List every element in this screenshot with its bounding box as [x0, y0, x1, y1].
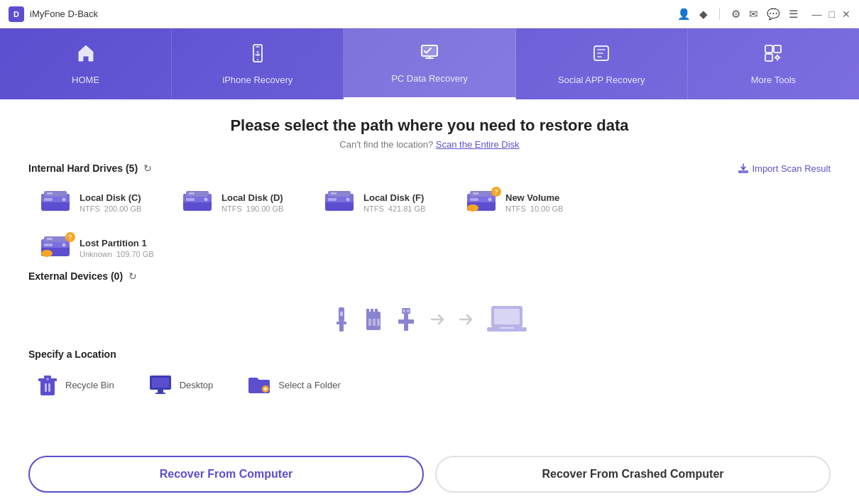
menu-icon[interactable]: ☰ [789, 8, 798, 21]
disk-d-icon-wrap [182, 188, 213, 217]
disk-lost-partition-detail: Unknown 109.70 GB [80, 250, 154, 258]
svg-rect-10 [44, 198, 53, 201]
svg-rect-28 [470, 198, 478, 201]
disk-c-detail: NTFS 200.00 GB [80, 204, 141, 213]
disk-grid: Local Disk (C) NTFS 200.00 GB Local Disk… [28, 182, 831, 222]
svg-rect-41 [337, 322, 346, 324]
disk-c[interactable]: Local Disk (C) NTFS 200.00 GB [28, 182, 170, 222]
iphone-recovery-icon [247, 43, 268, 69]
nav-pc[interactable]: PC Data Recovery [344, 28, 515, 99]
disk-lost-partition-info: Lost Partition 1 Unknown 109.70 GB [80, 238, 154, 258]
svg-rect-35 [44, 243, 53, 246]
svg-rect-67 [152, 378, 169, 388]
desktop-label: Desktop [180, 380, 214, 390]
recycle-bin-label: Recycle Bin [65, 380, 114, 390]
recycle-bin-item[interactable]: Recycle Bin [28, 368, 123, 401]
disk-lost-partition[interactable]: ? Lost Partition 1 Unknown 109.70 GB [28, 228, 170, 268]
new-volume-badge: ? [491, 187, 501, 197]
app-name: iMyFone D-Back [30, 9, 98, 19]
nav-home[interactable]: HOME [0, 28, 172, 99]
svg-point-11 [62, 198, 66, 202]
more-tools-icon [762, 43, 784, 69]
svg-rect-49 [373, 319, 376, 326]
usb-connector-icon [395, 307, 417, 332]
disk-f-detail: NTFS 421.81 GB [363, 204, 425, 213]
folder-icon [247, 375, 271, 395]
disk-lost-partition-name: Lost Partition 1 [80, 238, 154, 248]
pc-recovery-icon [419, 41, 440, 67]
disk-d-name: Local Disk (D) [221, 192, 283, 203]
select-folder-item[interactable]: Select a Folder [239, 368, 349, 401]
svg-rect-6 [765, 54, 772, 61]
main-content: Please select the path where you need to… [0, 99, 859, 504]
disk-new-volume-icon-wrap: ? [466, 188, 497, 217]
svg-rect-59 [500, 327, 514, 329]
mail-icon[interactable]: ✉ [749, 8, 758, 21]
social-recovery-icon [591, 43, 612, 69]
chat-icon[interactable]: 💬 [767, 8, 780, 21]
disk-d-detail: NTFS 190.00 GB [221, 204, 283, 213]
desktop-item[interactable]: Desktop [140, 368, 222, 401]
disk-new-volume-name: New Volume [505, 192, 563, 203]
minimize-button[interactable]: — [812, 9, 822, 20]
discord-icon[interactable]: ◆ [699, 8, 708, 21]
disk-new-volume-detail: NTFS 10.00 GB [505, 204, 563, 213]
arrow2-icon [457, 312, 474, 327]
import-scan-result-button[interactable]: Import Scan Result [738, 163, 831, 174]
svg-rect-60 [40, 380, 55, 395]
disk-c-name: Local Disk (C) [80, 192, 141, 203]
svg-rect-68 [158, 390, 163, 393]
svg-rect-22 [328, 198, 337, 201]
svg-rect-57 [494, 309, 520, 324]
disk-f-info: Local Disk (F) NTFS 421.81 GB [363, 192, 425, 213]
svg-rect-32 [473, 192, 478, 195]
disk-d[interactable]: Local Disk (D) NTFS 190.00 GB [170, 182, 312, 222]
svg-rect-4 [765, 45, 772, 53]
recover-from-computer-button[interactable]: Recover From Computer [28, 456, 424, 493]
svg-rect-50 [377, 319, 380, 326]
nav-iphone[interactable]: iPhone Recovery [172, 28, 344, 99]
disk-f-name: Local Disk (F) [363, 192, 425, 203]
svg-rect-54 [403, 309, 405, 312]
arrow1-icon [429, 312, 446, 327]
svg-rect-48 [368, 319, 371, 326]
external-refresh-icon[interactable]: ↻ [128, 270, 137, 282]
nav-more-label: More Tools [751, 75, 796, 86]
lost-partition-row: ? Lost Partition 1 Unknown 109.70 GB [28, 228, 831, 268]
nav-bar: HOME iPhone Recovery PC Data Recovery [0, 28, 859, 99]
scan-entire-disk-link[interactable]: Scan the Entire Disk [436, 139, 520, 150]
location-grid: Recycle Bin Desktop Select a [28, 368, 831, 401]
internal-section-header: Internal Hard Drives (5) ↻ Import Scan R… [28, 163, 831, 174]
disk-new-volume[interactable]: ? New Volume NTFS 10.00 GB [454, 182, 596, 222]
select-folder-label: Select a Folder [278, 380, 340, 390]
recover-from-crashed-computer-button[interactable]: Recover From Crashed Computer [435, 456, 831, 493]
svg-point-29 [488, 198, 492, 202]
svg-rect-69 [155, 393, 165, 394]
external-section-title: External Devices (0) [28, 270, 123, 282]
svg-rect-46 [371, 309, 373, 316]
page-subtitle: Can't find the location? Scan the Entire… [28, 139, 831, 150]
svg-rect-16 [186, 198, 195, 201]
svg-rect-47 [375, 309, 378, 316]
nav-iphone-label: iPhone Recovery [222, 75, 292, 86]
profile-icon[interactable]: 👤 [677, 8, 691, 21]
maximize-button[interactable]: □ [829, 9, 835, 20]
svg-rect-19 [189, 192, 195, 195]
window-controls: — □ ✕ [812, 9, 850, 20]
nav-more[interactable]: More Tools [688, 28, 859, 99]
svg-rect-5 [774, 45, 781, 53]
svg-rect-43 [340, 312, 343, 316]
settings-icon[interactable]: ⚙ [731, 8, 740, 21]
close-button[interactable]: ✕ [842, 9, 850, 20]
disk-d-info: Local Disk (D) NTFS 190.00 GB [221, 192, 283, 213]
disk-c-icon-wrap [40, 188, 71, 217]
disk-f[interactable]: Local Disk (F) NTFS 421.81 GB [312, 182, 454, 222]
desktop-icon [148, 374, 173, 395]
nav-social-label: Social APP Recovery [558, 75, 645, 86]
svg-point-23 [346, 198, 350, 202]
external-placeholder [28, 290, 831, 343]
home-icon [75, 43, 97, 69]
nav-social[interactable]: Social APP Recovery [516, 28, 688, 99]
internal-refresh-icon[interactable]: ↻ [143, 163, 152, 174]
title-bar: D iMyFone D-Back 👤 ◆ ⚙ ✉ 💬 ☰ — □ ✕ [0, 0, 859, 28]
